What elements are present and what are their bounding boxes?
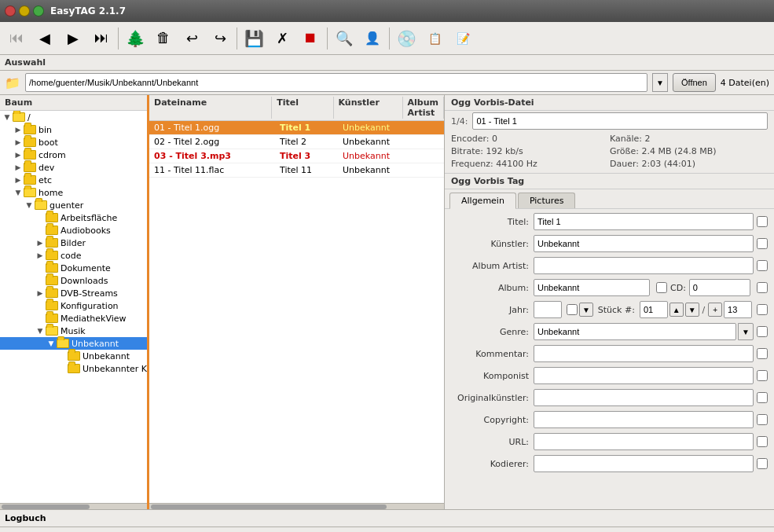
tags-button[interactable]: 📋 <box>421 25 448 52</box>
jahr-checkbox[interactable] <box>567 304 578 315</box>
tree-item-arbeitsflache[interactable]: Arbeitsfläche <box>0 211 147 224</box>
col-header-album-artist[interactable]: Album Artist <box>403 97 444 119</box>
originalkunstler-checkbox[interactable] <box>757 392 768 403</box>
col-header-artist[interactable]: Künstler <box>334 97 403 119</box>
tree-item-etc[interactable]: etc <box>0 174 147 186</box>
prev-dir-button[interactable]: ⏮ <box>3 25 30 52</box>
col-header-filename[interactable]: Dateiname <box>149 97 272 119</box>
stueck-checkbox[interactable] <box>757 304 768 315</box>
undo-button[interactable]: ↩ <box>178 25 205 52</box>
kuenstler-input[interactable] <box>534 235 754 252</box>
copyright-checkbox[interactable] <box>757 414 768 425</box>
cd-input[interactable] <box>689 279 750 296</box>
close-button[interactable] <box>5 6 16 17</box>
folder-icon-dev <box>24 163 36 172</box>
maximize-button[interactable] <box>33 6 44 17</box>
kodierer-input[interactable] <box>534 455 754 472</box>
cddb-button[interactable]: 💿 <box>393 25 420 52</box>
tab-pictures[interactable]: Pictures <box>518 193 576 208</box>
komponist-input[interactable] <box>534 367 754 384</box>
track-down-button[interactable]: ▼ <box>579 303 593 317</box>
album-cd-checkbox[interactable] <box>656 282 667 293</box>
tree-item-unbekannt2[interactable]: Unbekannt <box>0 350 147 362</box>
path-input[interactable] <box>25 73 647 92</box>
tree-item-bilder[interactable]: Bilder <box>0 237 147 249</box>
tree-item-audiobooks[interactable]: Audiobooks <box>0 224 147 237</box>
tree-container[interactable]: / bin boot cdrom <box>0 111 147 503</box>
tree-label-arbeitsflache: Arbeitsfläche <box>61 213 117 223</box>
url-input[interactable] <box>534 433 754 450</box>
file-list-scrollbar-h[interactable] <box>149 503 444 509</box>
minimize-button[interactable] <box>19 6 30 17</box>
tree-item-unbekannt[interactable]: Unbekannt <box>0 337 147 350</box>
tree-item-guenter[interactable]: guenter <box>0 199 147 211</box>
tree-item-bin[interactable]: bin <box>0 123 147 136</box>
titel-checkbox[interactable] <box>757 216 768 227</box>
col-header-title[interactable]: Titel <box>272 97 333 119</box>
settings-button[interactable]: 👤 <box>359 25 386 52</box>
path-dropdown-button[interactable]: ▼ <box>652 73 668 92</box>
tree-arrow-dvbstreams <box>35 288 46 299</box>
delete-button[interactable]: ✗ <box>269 25 295 52</box>
album-artist-checkbox[interactable] <box>757 260 768 271</box>
url-checkbox[interactable] <box>757 436 768 447</box>
track-title-bar: 1/4: <box>451 112 768 130</box>
oeffnen-button[interactable]: Öffnen <box>673 73 716 92</box>
kommentar-checkbox[interactable] <box>757 348 768 359</box>
titlebar: EasyTAG 2.1.7 <box>0 0 774 22</box>
track-num-input[interactable] <box>640 301 668 318</box>
tag-tabs: Allgemein Pictures <box>445 189 774 209</box>
tree-button[interactable]: 🌲 <box>122 25 149 52</box>
tags2-button[interactable]: 📝 <box>449 25 476 52</box>
komponist-checkbox[interactable] <box>757 370 768 381</box>
track-up-button[interactable]: ▲ <box>669 303 684 317</box>
file-row-1[interactable]: 01 - Titel 1.ogg Titel 1 Unbekannt <box>149 121 444 135</box>
genre-dropdown-button[interactable]: ▼ <box>738 323 754 340</box>
tree-item-downloads[interactable]: Downloads <box>0 274 147 287</box>
tree-item-code[interactable]: code <box>0 249 147 262</box>
search-button[interactable]: 🔍 <box>331 25 358 52</box>
copyright-input[interactable] <box>534 411 754 428</box>
clear-button[interactable]: 🗑 <box>150 25 177 52</box>
kommentar-input[interactable] <box>534 345 754 362</box>
album-artist-input[interactable] <box>534 257 754 274</box>
stop-button[interactable]: ⏹ <box>297 25 324 52</box>
file-list[interactable]: 01 - Titel 1.ogg Titel 1 Unbekannt 02 - … <box>149 121 444 503</box>
track-down2-button[interactable]: ▼ <box>685 303 699 317</box>
tree-item-konfiguration[interactable]: Konfiguration <box>0 299 147 312</box>
tree-item-cdrom[interactable]: cdrom <box>0 149 147 161</box>
tab-allgemein[interactable]: Allgemein <box>449 193 516 209</box>
titel-input[interactable] <box>534 213 754 230</box>
tree-item-dvbstreams[interactable]: DVB-Streams <box>0 287 147 299</box>
next-dir-button[interactable]: ⏭ <box>88 25 115 52</box>
album-input[interactable] <box>534 279 650 296</box>
genre-input[interactable] <box>534 323 736 340</box>
prev-button[interactable]: ◀ <box>31 25 58 52</box>
save-button[interactable]: 💾 <box>240 25 267 52</box>
track-plus-button[interactable]: + <box>708 303 722 317</box>
track-name-input[interactable] <box>472 112 768 130</box>
genre-checkbox[interactable] <box>757 326 768 337</box>
next-button[interactable]: ▶ <box>60 25 86 52</box>
folder-icon-cdrom <box>24 150 36 160</box>
tree-item-dev[interactable]: dev <box>0 161 147 174</box>
track-total-input[interactable] <box>724 301 752 318</box>
file-row-3[interactable]: 03 - Titel 3.mp3 Titel 3 Unbekannt <box>149 149 444 163</box>
originalkunstler-input[interactable] <box>534 389 754 406</box>
jahr-input[interactable] <box>534 301 562 318</box>
tree-item-mediathekview[interactable]: MediathekView <box>0 312 147 325</box>
file-row-4[interactable]: 11 - Titel 11.flac Titel 11 Unbekannt <box>149 163 444 178</box>
kuenstler-checkbox[interactable] <box>757 238 768 249</box>
tree-item-boot[interactable]: boot <box>0 136 147 149</box>
tree-item-musik[interactable]: Musik <box>0 325 147 337</box>
tree-item-home[interactable]: home <box>0 186 147 199</box>
tree-item-unbekannt-ku[interactable]: Unbekannter Kü... <box>0 362 147 375</box>
redo-button[interactable]: ↪ <box>207 25 233 52</box>
album-checkbox[interactable] <box>757 282 768 293</box>
kodierer-checkbox[interactable] <box>757 458 768 469</box>
tree-item-dokumente[interactable]: Dokumente <box>0 262 147 274</box>
tree-item-root[interactable]: / <box>0 111 147 123</box>
file-row-2[interactable]: 02 - Titel 2.ogg Titel 2 Unbekannt <box>149 135 444 149</box>
titlebar-buttons[interactable] <box>5 6 44 17</box>
tree-scrollbar-h[interactable] <box>0 503 147 509</box>
